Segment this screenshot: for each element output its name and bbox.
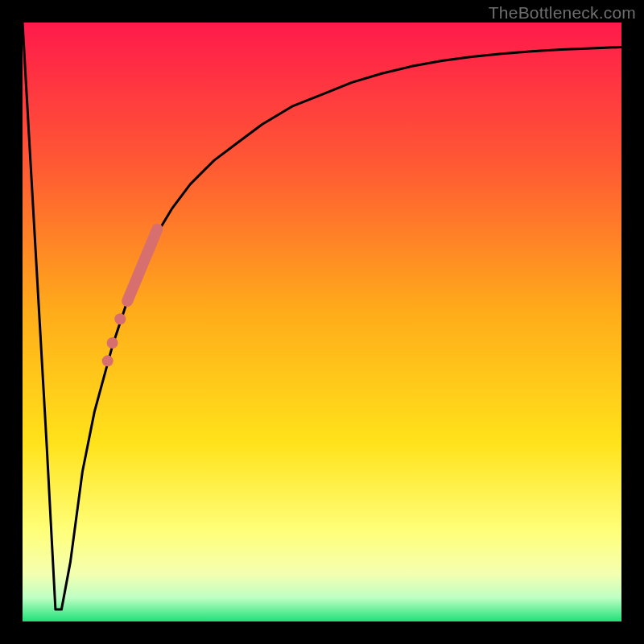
dot-3	[102, 355, 114, 366]
watermark-text: TheBottleneck.com	[489, 3, 636, 23]
plot-background	[23, 23, 621, 621]
bottleneck-chart	[0, 0, 644, 644]
chart-frame: TheBottleneck.com	[0, 0, 644, 644]
dot-2	[107, 337, 118, 349]
dot-1	[114, 313, 126, 324]
